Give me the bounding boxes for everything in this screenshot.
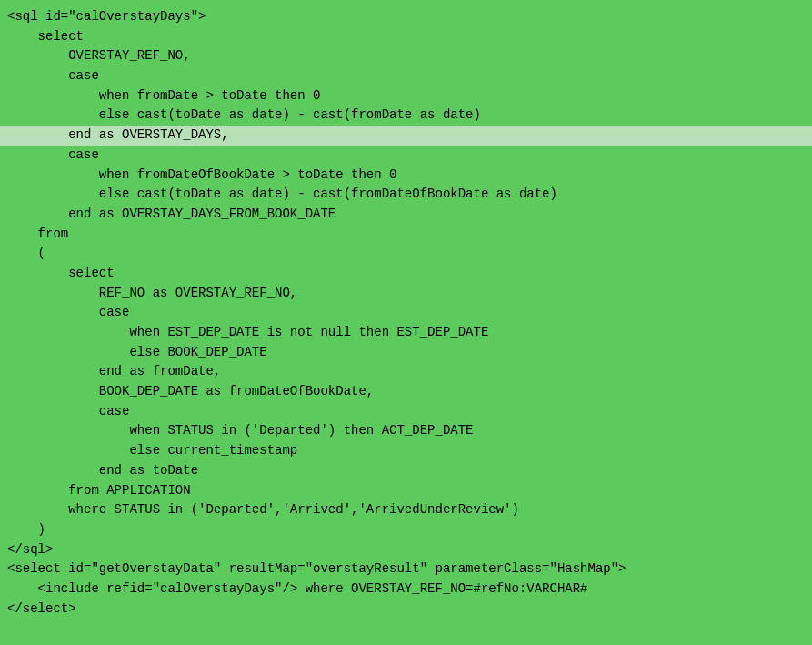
code-line-21: when STATUS in ('Departed') then ACT_DEP… [0,421,812,441]
code-line-8: when fromDateOfBookDate > toDate then 0 [0,166,812,186]
code-line-3: case [0,66,812,86]
code-line-13: select [0,264,812,284]
code-line-6: end as OVERSTAY_DAYS, [0,126,812,146]
code-line-0: <sql id="calOverstayDays"> [0,7,812,27]
code-line-31: </select> [0,600,812,620]
code-line-20: case [0,402,812,422]
code-line-11: from [0,225,812,245]
code-line-12: ( [0,244,812,264]
code-line-16: when EST_DEP_DATE is not null then EST_D… [0,323,812,343]
code-content: <sql id="calOverstayDays"> select OVERST… [0,7,812,619]
code-line-23: end as toDate [0,461,812,481]
code-line-29: <select id="getOverstayData" resultMap="… [0,559,812,579]
code-line-19: BOOK_DEP_DATE as fromDateOfBookDate, [0,382,812,402]
code-line-17: else BOOK_DEP_DATE [0,343,812,363]
code-line-1: select [0,27,812,47]
code-line-30: <include refid="calOverstayDays"/> where… [0,579,812,600]
code-line-9: else cast(toDate as date) - cast(fromDat… [0,185,812,205]
code-line-7: case [0,146,812,166]
code-line-26: ) [0,520,812,540]
code-line-4: when fromDate > toDate then 0 [0,86,812,106]
code-line-18: end as fromDate, [0,362,812,382]
code-line-15: case [0,303,812,323]
code-line-5: else cast(toDate as date) - cast(fromDat… [0,106,812,126]
code-line-22: else current_timestamp [0,441,812,461]
code-line-10: end as OVERSTAY_DAYS_FROM_BOOK_DATE [0,205,812,225]
code-editor: <sql id="calOverstayDays"> select OVERST… [0,0,812,626]
code-line-25: where STATUS in ('Departed','Arrived','A… [0,500,812,520]
code-line-27: </sql> [0,540,812,560]
code-line-24: from APPLICATION [0,481,812,501]
code-line-14: REF_NO as OVERSTAY_REF_NO, [0,284,812,304]
code-line-2: OVERSTAY_REF_NO, [0,46,812,66]
